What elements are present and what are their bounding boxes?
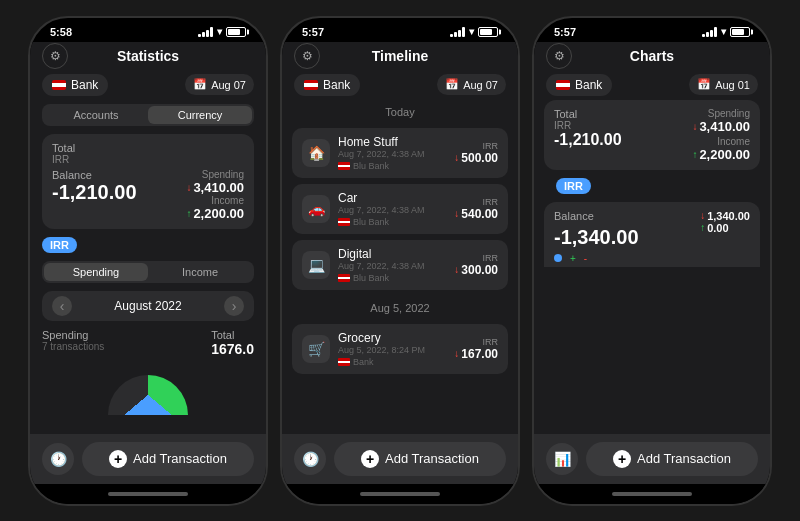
status-bar-1: 5:58 ▾: [30, 18, 266, 42]
home-indicator-1: [30, 484, 266, 504]
chart-legend: + -: [554, 253, 750, 264]
car-bank-row: Blu Bank: [338, 217, 446, 227]
grocery-date: Aug 5, 2022, 8:24 PM: [338, 345, 446, 355]
timeline-content: ⚙ Timeline Bank 📅 Aug 07 Today 🏠 Home St…: [282, 42, 518, 484]
home-stuff-amount-block: IRR ↓ 500.00: [454, 141, 498, 165]
date-selector-3[interactable]: 📅 Aug 01: [689, 74, 758, 95]
charts-balance: -1,210.00: [554, 131, 622, 149]
spending-stats: Spending 7 transactions: [42, 329, 104, 357]
add-transaction-button-1[interactable]: + Add Transaction: [82, 442, 254, 476]
spending-arrow-1: ↓: [186, 182, 191, 193]
charts-totals-right: Spending ↓ 3,410.00 Income ↑ 2,200.00: [692, 108, 750, 162]
status-icons-2: ▾: [450, 26, 498, 37]
home-bar-2: [360, 492, 440, 496]
income-tab[interactable]: Income: [148, 263, 252, 281]
bank-flag-3: [556, 80, 570, 90]
wifi-icon-3: ▾: [721, 26, 726, 37]
transaction-car[interactable]: 🚗 Car Aug 7, 2022, 4:38 AM Blu Bank IRR …: [292, 184, 508, 234]
timeline-title: Timeline: [372, 48, 429, 64]
digital-name: Digital: [338, 247, 446, 261]
history-button-1[interactable]: 🕐: [42, 443, 74, 475]
pie-visual: [108, 375, 188, 415]
home-stuff-name: Home Stuff: [338, 135, 446, 149]
settings-icon-3[interactable]: ⚙: [546, 43, 572, 69]
transaction-digital[interactable]: 💻 Digital Aug 7, 2022, 4:38 AM Blu Bank …: [292, 240, 508, 290]
transaction-grocery[interactable]: 🛒 Grocery Aug 5, 2022, 8:24 PM Bank IRR …: [292, 324, 508, 374]
digital-amount: ↓ 300.00: [454, 263, 498, 277]
charts-spending-amount: ↓ 3,410.00: [692, 119, 750, 134]
car-name: Car: [338, 191, 446, 205]
add-transaction-button-2[interactable]: + Add Transaction: [334, 442, 506, 476]
next-month-button[interactable]: ›: [224, 296, 244, 316]
legend-dot-blue: [554, 254, 562, 262]
bank-selector-3[interactable]: Bank: [546, 74, 612, 96]
add-transaction-bar-1: 🕐 + Add Transaction: [30, 434, 266, 484]
grocery-bank-row: Bank: [338, 357, 446, 367]
phone-statistics: 5:58 ▾ ⚙ Statistics Bank 📅 Aug 07: [28, 16, 268, 506]
charts-irr-badge[interactable]: IRR: [544, 174, 760, 198]
status-icons-1: ▾: [198, 26, 246, 37]
date-label-3: Aug 01: [715, 79, 750, 91]
accounts-currency-segment: Accounts Currency: [42, 104, 254, 126]
balance-income: ↑ 0.00: [700, 222, 750, 234]
car-bank-flag: [338, 218, 350, 226]
timeline-header: ⚙ Timeline: [282, 42, 518, 70]
wifi-icon: ▾: [217, 26, 222, 37]
charts-totals-row: Total IRR -1,210.00 Spending ↓ 3,410.00: [554, 108, 750, 162]
car-currency: IRR: [454, 197, 498, 207]
accounts-tab[interactable]: Accounts: [44, 106, 148, 124]
home-indicator-2: [282, 484, 518, 504]
clock-icon-1: 🕐: [50, 451, 67, 467]
car-icon: 🚗: [302, 195, 330, 223]
bank-name-3: Bank: [575, 78, 602, 92]
bank-selector-2[interactable]: Bank: [294, 74, 360, 96]
currency-tab[interactable]: Currency: [148, 106, 252, 124]
history-button-3[interactable]: 📊: [546, 443, 578, 475]
home-stuff-bank: Blu Bank: [353, 161, 389, 171]
battery-icon-2: [478, 27, 498, 37]
signal-icon-2: [450, 27, 465, 37]
statistics-header: ⚙ Statistics: [30, 42, 266, 70]
history-button-2[interactable]: 🕐: [294, 443, 326, 475]
home-bar-3: [612, 492, 692, 496]
signal-icon: [198, 27, 213, 37]
transaction-home-stuff[interactable]: 🏠 Home Stuff Aug 7, 2022, 4:38 AM Blu Ba…: [292, 128, 508, 178]
totals-row-1: Balance -1,210.00 Spending ↓ 3,410.00 In…: [52, 169, 244, 221]
battery-icon-3: [730, 27, 750, 37]
bank-selector-1[interactable]: Bank: [42, 74, 108, 96]
charts-content: Total IRR -1,210.00 Spending ↓ 3,410.00: [534, 100, 770, 267]
settings-icon-2[interactable]: ⚙: [294, 43, 320, 69]
charts-spending-label: Spending: [692, 108, 750, 119]
charts-totals-card: Total IRR -1,210.00 Spending ↓ 3,410.00: [544, 100, 760, 170]
bank-row-1: Bank 📅 Aug 07: [30, 70, 266, 100]
spending-stats-label: Spending: [42, 329, 104, 341]
spending-tab[interactable]: Spending: [44, 263, 148, 281]
add-transaction-label-3: Add Transaction: [637, 451, 731, 466]
settings-icon[interactable]: ⚙: [42, 43, 68, 69]
date-selector-2[interactable]: 📅 Aug 07: [437, 74, 506, 95]
balance-chart-title: Balance: [554, 210, 639, 222]
add-transaction-button-3[interactable]: + Add Transaction: [586, 442, 758, 476]
car-date: Aug 7, 2022, 4:38 AM: [338, 205, 446, 215]
balance-chart-left: Balance -1,340.00: [554, 210, 639, 249]
grocery-amount: ↓ 167.00: [454, 347, 498, 361]
phone-timeline: 5:57 ▾ ⚙ Timeline Bank 📅 Aug 07: [280, 16, 520, 506]
grocery-bank: Bank: [353, 357, 374, 367]
home-stuff-bank-flag: [338, 162, 350, 170]
income-label-1: Income: [186, 195, 244, 206]
date-label-2: Aug 07: [463, 79, 498, 91]
charts-income-label: Income: [692, 136, 750, 147]
charts-spending-block: Spending ↓ 3,410.00: [692, 108, 750, 134]
plus-icon-3: +: [613, 450, 631, 468]
grocery-arrow: ↓: [454, 348, 459, 359]
legend-item-2: +: [570, 253, 576, 264]
grocery-currency: IRR: [454, 337, 498, 347]
home-stuff-arrow: ↓: [454, 152, 459, 163]
car-amount-block: IRR ↓ 540.00: [454, 197, 498, 221]
prev-month-button[interactable]: ‹: [52, 296, 72, 316]
irr-badge-1[interactable]: IRR: [30, 233, 266, 257]
total-stats: Total 1676.0: [211, 329, 254, 357]
date-selector-1[interactable]: 📅 Aug 07: [185, 74, 254, 95]
calendar-icon-2: 📅: [445, 78, 459, 91]
home-stuff-currency: IRR: [454, 141, 498, 151]
